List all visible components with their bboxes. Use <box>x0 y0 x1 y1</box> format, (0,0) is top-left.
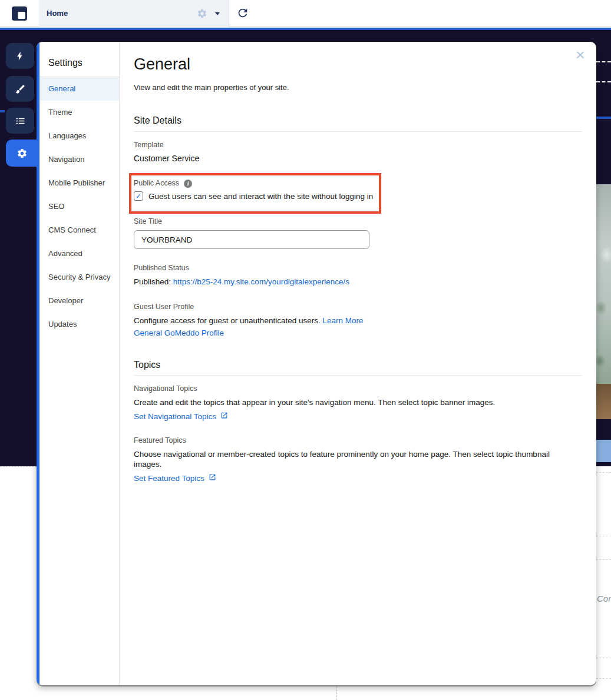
template-value: Customer Service <box>134 154 582 164</box>
published-prefix: Published: <box>134 277 171 286</box>
brand-accent-line <box>0 28 611 30</box>
gear-icon <box>16 148 28 159</box>
close-button[interactable]: × <box>575 48 586 61</box>
background-photo <box>596 184 611 384</box>
background-dashed-line-vertical <box>336 686 337 700</box>
background-dashed-line <box>596 658 611 658</box>
refresh-button[interactable] <box>235 6 250 21</box>
published-url-link[interactable]: https://b25-24.my.site.com/yourdigitalex… <box>173 277 349 286</box>
featured-topics-text: Choose navigational or member-created to… <box>134 449 564 469</box>
page-gear-icon[interactable] <box>197 8 207 19</box>
gomeddo-profile-link[interactable]: General GoMeddo Profile <box>134 329 224 337</box>
external-link-icon <box>209 473 216 483</box>
background-header-line <box>0 110 5 112</box>
page-title: General <box>134 55 582 74</box>
settings-modal: Settings General Theme Languages Navigat… <box>37 42 596 685</box>
toolbar-item-theme[interactable] <box>6 76 34 102</box>
refresh-icon <box>236 12 249 21</box>
toolbar-item-settings[interactable] <box>6 140 38 167</box>
settings-nav-title: Settings <box>48 58 119 68</box>
navigational-topics-label: Navigational Topics <box>134 384 582 393</box>
site-title-input[interactable] <box>134 230 369 249</box>
guest-profile-text: Configure access for guest or unauthenti… <box>134 316 321 325</box>
published-status-line: Published: https://b25-24.my.site.com/yo… <box>134 277 582 287</box>
toolbar-item-content[interactable] <box>6 108 34 134</box>
chevron-down-icon[interactable] <box>215 12 220 15</box>
background-header-line <box>596 117 611 119</box>
info-icon[interactable]: i <box>184 180 192 188</box>
sidebar-item-updates[interactable]: Updates <box>39 313 119 336</box>
sidebar-item-navigation[interactable]: Navigation <box>39 148 119 171</box>
background-dashed-line <box>596 81 611 82</box>
topbar: Home <box>0 0 611 27</box>
page-subtitle: View and edit the main properties of you… <box>134 83 582 92</box>
guest-profile-line: Configure access for guest or unauthenti… <box>134 316 582 326</box>
list-icon <box>15 115 26 127</box>
sidebar-item-cms-connect[interactable]: CMS Connect <box>39 218 119 242</box>
published-status-label: Published Status <box>134 264 582 273</box>
public-access-highlight: Public Access i ✓ Guest users can see an… <box>129 173 381 214</box>
check-icon: ✓ <box>136 193 141 200</box>
set-navigational-topics-link[interactable]: Set Navigational Topics <box>134 412 216 422</box>
learn-more-link[interactable]: Learn More <box>322 316 363 325</box>
background-dashed-line <box>596 536 611 536</box>
site-title-label: Site Title <box>134 217 582 226</box>
settings-content: × General View and edit the main propert… <box>120 42 596 685</box>
brush-icon <box>15 84 26 95</box>
external-link-icon <box>220 412 228 422</box>
background-dashed-line <box>596 678 611 679</box>
background-dashed-line <box>596 472 611 473</box>
section-divider <box>134 375 582 376</box>
background-partial-text: Con <box>597 593 611 606</box>
section-heading-site-details: Site Details <box>134 115 582 126</box>
background-dashed-line <box>596 559 611 560</box>
featured-topics-label: Featured Topics <box>134 436 582 445</box>
sidebar-item-advanced[interactable]: Advanced <box>39 242 119 266</box>
section-heading-topics: Topics <box>134 359 582 370</box>
sidebar-item-mobile-publisher[interactable]: Mobile Publisher <box>39 171 119 195</box>
template-label: Template <box>134 141 582 150</box>
page-tab-label: Home <box>47 9 68 18</box>
sidebar-item-general[interactable]: General <box>39 77 119 101</box>
sidebar-item-languages[interactable]: Languages <box>39 124 119 148</box>
sidebar-item-security-privacy[interactable]: Security & Privacy <box>39 266 119 289</box>
background-band-blue <box>596 440 611 462</box>
guest-access-label: Guest users can see and interact with th… <box>148 192 373 201</box>
background-photo-lower <box>596 384 611 419</box>
section-divider <box>134 131 582 132</box>
sidebar-item-developer[interactable]: Developer <box>39 289 119 313</box>
sidebar-item-theme[interactable]: Theme <box>39 101 119 124</box>
guest-profile-label: Guest User Profile <box>134 303 582 311</box>
lightning-icon <box>15 50 25 62</box>
set-featured-topics-link[interactable]: Set Featured Topics <box>134 473 204 483</box>
page-tab-home[interactable]: Home <box>39 0 229 27</box>
background-dashed-line <box>0 466 37 467</box>
background-dashed-line <box>596 61 611 62</box>
settings-nav: Settings General Theme Languages Navigat… <box>39 42 120 685</box>
public-access-label: Public Access <box>134 179 179 188</box>
builder-logo-icon[interactable] <box>12 6 27 21</box>
toolbar-item-components[interactable] <box>6 43 34 69</box>
navigational-topics-text: Create and edit the topics that appear i… <box>134 397 564 407</box>
guest-access-checkbox[interactable]: ✓ <box>134 191 143 201</box>
sidebar-item-seo[interactable]: SEO <box>39 195 119 218</box>
